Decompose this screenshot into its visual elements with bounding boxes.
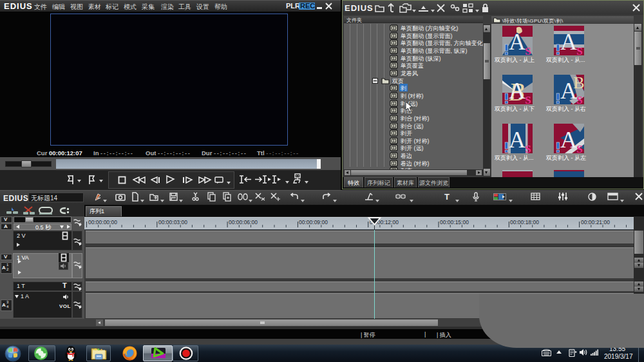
svg-text:A: A <box>560 29 577 55</box>
svg-text:00:00:21:00: 00:00:21:00 <box>581 219 610 225</box>
svg-text:00:00:03:00: 00:00:03:00 <box>158 219 187 225</box>
svg-text:A: A <box>509 127 526 153</box>
svg-text:00:00:18:00: 00:00:18:00 <box>510 219 539 225</box>
svg-text:A: A <box>509 29 526 55</box>
svg-text:00:00:09:00: 00:00:09:00 <box>299 219 328 225</box>
svg-text:S: S <box>525 143 531 153</box>
svg-text:00:00:15:00: 00:00:15:00 <box>440 219 469 225</box>
svg-text:00:00:00:00: 00:00:00:00 <box>88 219 117 225</box>
svg-text:00:00:06:00: 00:00:06:00 <box>229 219 258 225</box>
svg-text:A: A <box>560 78 577 104</box>
svg-text:S: S <box>576 45 582 55</box>
svg-text:S: S <box>525 45 531 55</box>
svg-text:S: S <box>525 94 531 104</box>
svg-text:A: A <box>509 78 526 104</box>
svg-text:S: S <box>576 143 582 153</box>
svg-text:A: A <box>560 127 577 153</box>
svg-text:S: S <box>576 94 582 104</box>
